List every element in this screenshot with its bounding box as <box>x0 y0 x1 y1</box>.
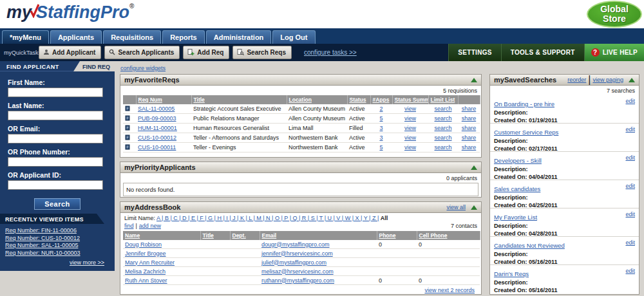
contact-name-link[interactable]: Ruth Ann Stover <box>125 277 167 284</box>
share-link[interactable]: share <box>462 134 477 141</box>
contact-email-link[interactable]: jennifer@hrservicesinc.com <box>261 250 333 257</box>
col-phone[interactable]: Phone <box>377 231 417 240</box>
saved-search-link[interactable]: Darin's Reqs <box>494 270 529 277</box>
collapse-icon[interactable] <box>471 78 477 82</box>
col-limit-list[interactable]: Limit List <box>428 95 458 104</box>
email-input[interactable] <box>8 134 103 143</box>
collapse-icon[interactable] <box>471 205 477 210</box>
col-cell-phone[interactable]: Cell Phone <box>417 231 480 240</box>
nav-tab-mymenu[interactable]: *myMenu <box>2 30 49 44</box>
search-button[interactable]: Search <box>34 198 80 210</box>
nav-tab-reports[interactable]: Reports <box>162 30 205 44</box>
search-link[interactable]: search <box>434 106 451 112</box>
view-more-link[interactable]: view more >> <box>70 259 104 266</box>
contact-email-link[interactable]: dougr@mystaffingpro.com <box>261 241 330 248</box>
col-title[interactable]: Title <box>200 231 230 240</box>
first-name-input[interactable] <box>8 88 103 97</box>
col-dept[interactable]: Dept. <box>230 231 260 240</box>
contact-name-link[interactable]: Jennifer Brogee <box>125 250 166 257</box>
apps-count-link[interactable]: 2 <box>379 106 383 112</box>
share-link[interactable]: share <box>462 115 477 122</box>
recent-item-link[interactable]: Req Number: CUS-10-00012 <box>5 235 80 243</box>
req-num-link[interactable]: HUM-11-00001 <box>138 125 177 131</box>
recent-item-link[interactable]: Req Number: NUR-10-00003 <box>5 250 80 257</box>
collapse-icon[interactable] <box>471 165 477 170</box>
saved-search-link[interactable]: My Favorite List <box>494 214 537 221</box>
reorder-link[interactable]: reorder <box>567 77 586 83</box>
alphabet-filter-links[interactable]: A | B | C | D | E | F | G | H | I | J | … <box>156 215 379 221</box>
req-num-link[interactable]: SAL-11-00005 <box>138 106 175 112</box>
add-applicant-button[interactable]: Add Applicant <box>39 46 101 59</box>
apps-count-link[interactable]: 3 <box>379 125 383 131</box>
add-req-button[interactable]: Add Req <box>183 46 229 59</box>
col-location[interactable]: Location <box>287 95 347 104</box>
search-reqs-button[interactable]: Search Reqs <box>232 46 292 59</box>
view-link[interactable]: view <box>404 115 416 122</box>
saved-search-link[interactable]: On Boarding - pre hire <box>494 100 554 107</box>
contact-name-link[interactable]: Mary Ann Recruiter <box>125 259 175 266</box>
col-name[interactable]: Name <box>123 231 200 240</box>
saved-search-link[interactable]: Developers - Skill <box>494 157 542 164</box>
configure-tasks-link[interactable]: configure tasks >> <box>304 49 357 56</box>
view-link[interactable]: view <box>404 144 416 151</box>
view-next-records-link[interactable]: view next 2 records <box>424 287 475 293</box>
apps-count-link[interactable]: 5 <box>379 144 383 151</box>
contact-email-link[interactable]: julief@mystaffingpro.com <box>261 259 327 266</box>
view-link[interactable]: view <box>404 106 416 112</box>
contact-name-link[interactable]: Doug Robison <box>125 241 162 248</box>
saved-search-link[interactable]: Candidates Not Reviewed <box>494 242 565 249</box>
recent-item-link[interactable]: Req Number: SAL-11-00005 <box>5 242 80 250</box>
view-paging-link[interactable]: view paging <box>592 77 623 83</box>
settings-button[interactable]: SETTINGS <box>448 44 500 61</box>
edit-link[interactable]: edit <box>625 98 635 104</box>
configure-widgets-link[interactable]: configure widgets <box>120 65 166 71</box>
nav-tab-applicants[interactable]: Applicants <box>50 30 102 44</box>
contact-email-link[interactable]: ruthann@mystaffingpro.com <box>261 277 334 284</box>
apps-count-link[interactable]: 5 <box>379 115 383 122</box>
alphabet-filter-all[interactable]: All <box>381 215 388 221</box>
phone-input[interactable] <box>8 157 103 167</box>
search-applicants-button[interactable]: Search Applicants <box>104 46 180 59</box>
edit-link[interactable]: edit <box>625 239 635 246</box>
view-all-link[interactable]: view all <box>446 204 466 210</box>
col-email[interactable]: Email <box>260 231 377 240</box>
col-status-summary[interactable]: Status Summary <box>392 95 428 104</box>
saved-search-link[interactable]: Sales candidates <box>494 185 540 192</box>
view-link[interactable]: view <box>404 125 416 131</box>
applicant-id-input[interactable] <box>8 180 103 190</box>
live-help-button[interactable]: ? LIVE HELP <box>584 44 644 61</box>
req-num-link[interactable]: CUS-10-00012 <box>138 134 176 141</box>
nav-tab-administration[interactable]: Administration <box>206 30 272 44</box>
view-link[interactable]: view <box>404 134 416 141</box>
search-link[interactable]: search <box>434 115 451 122</box>
nav-tab-requisitions[interactable]: Requisitions <box>103 30 161 44</box>
collapse-icon[interactable] <box>629 78 635 82</box>
recent-item-link[interactable]: Req Number: FIN-11-00006 <box>5 227 80 235</box>
tools-support-button[interactable]: TOOLS & SUPPORT <box>501 44 584 61</box>
contact-name-link[interactable]: Melisa Zachrich <box>125 268 166 275</box>
share-link[interactable]: share <box>462 125 477 131</box>
search-link[interactable]: search <box>434 134 451 141</box>
last-name-input[interactable] <box>8 111 103 120</box>
col-req-num[interactable]: Req Num <box>136 95 191 104</box>
find-link[interactable]: find <box>124 223 134 229</box>
req-num-link[interactable]: CUS-10-00011 <box>138 144 176 151</box>
add-new-link[interactable]: add new <box>139 223 161 229</box>
contact-email-link[interactable]: melisaz@hrservicesinc.com <box>261 268 334 275</box>
nav-tab-logout[interactable]: Log Out <box>272 30 315 44</box>
edit-link[interactable]: edit <box>625 268 635 274</box>
req-num-link[interactable]: PUB-09-00003 <box>138 115 176 122</box>
edit-link[interactable]: edit <box>625 154 635 161</box>
search-link[interactable]: search <box>434 125 451 131</box>
edit-link[interactable]: edit <box>625 211 635 217</box>
col-status[interactable]: Status <box>347 95 370 104</box>
apps-count-link[interactable]: 3 <box>379 134 383 141</box>
saved-search-link[interactable]: Customer Service Reps <box>494 129 558 136</box>
col-apps[interactable]: #Apps <box>370 95 392 104</box>
share-link[interactable]: share <box>462 144 477 151</box>
search-link[interactable]: search <box>434 144 451 151</box>
tab-find-req[interactable]: FIND REQ <box>73 61 115 71</box>
col-title[interactable]: Title <box>191 95 287 104</box>
edit-link[interactable]: edit <box>625 183 635 189</box>
share-link[interactable]: share <box>462 106 477 112</box>
